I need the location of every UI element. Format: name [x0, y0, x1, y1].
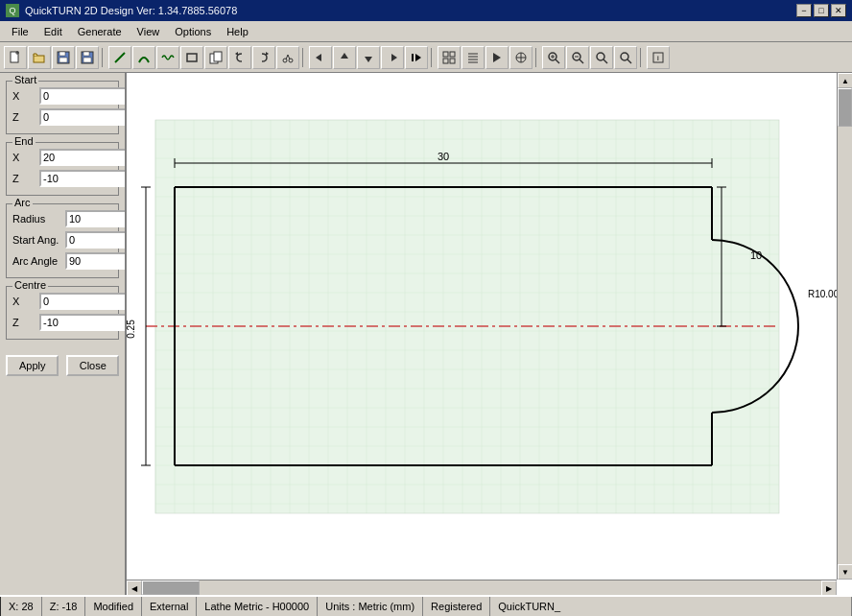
toolbar-copy[interactable] — [204, 46, 227, 69]
end-group: End X Z — [6, 142, 119, 196]
toolbar-undo[interactable] — [228, 46, 251, 69]
toolbar-open[interactable] — [28, 46, 51, 69]
status-x: X: 28 — [0, 597, 42, 616]
scroll-down-button[interactable]: ▼ — [838, 564, 852, 580]
toolbar-sep4 — [535, 48, 539, 67]
centre-x-label: X — [12, 296, 39, 307]
toolbar-save[interactable] — [52, 46, 75, 69]
toolbar-line[interactable] — [108, 46, 131, 69]
svg-rect-9 — [83, 58, 91, 62]
status-z: Z: -18 — [42, 597, 86, 616]
toolbar-zoom-in[interactable] — [542, 46, 565, 69]
toolbar-wave[interactable] — [156, 46, 179, 69]
status-external: External — [142, 597, 197, 616]
radius-row: Radius — [12, 210, 112, 227]
toolbar-lines[interactable] — [462, 46, 485, 69]
radius-input[interactable] — [65, 210, 127, 227]
svg-text:10: 10 — [750, 249, 762, 261]
svg-line-16 — [286, 55, 288, 59]
arc-angle-input[interactable] — [65, 252, 127, 270]
svg-text:30: 30 — [438, 151, 449, 162]
start-x-input[interactable] — [39, 87, 127, 105]
arc-angle-row: Arc Angle — [12, 252, 112, 270]
scroll-left-button[interactable]: ◀ — [127, 580, 142, 595]
toolbar-sep1 — [102, 48, 106, 67]
canvas-area[interactable]: 30 10 0.25 R10.000 ▲ ▼ — [127, 73, 852, 595]
menu-generate[interactable]: Generate — [70, 24, 130, 39]
scroll-thumb-v[interactable] — [838, 88, 852, 127]
scroll-up-button[interactable]: ▲ — [838, 73, 852, 88]
end-z-input[interactable] — [39, 170, 127, 187]
close-button[interactable]: ✕ — [831, 4, 846, 17]
toolbar-arc[interactable] — [132, 46, 155, 69]
toolbar-scissors[interactable] — [276, 46, 299, 69]
start-z-row: Z — [12, 108, 112, 126]
close-button[interactable]: Close — [66, 355, 119, 376]
menu-edit[interactable]: Edit — [36, 24, 70, 39]
menu-help[interactable]: Help — [219, 24, 256, 39]
svg-marker-19 — [341, 53, 348, 59]
end-x-input[interactable] — [39, 149, 127, 166]
scroll-track-v[interactable] — [838, 88, 852, 564]
toolbar-zoom-fit[interactable] — [590, 46, 613, 69]
start-ang-input[interactable] — [65, 231, 127, 249]
toolbar-nav4[interactable] — [381, 46, 404, 69]
end-label: End — [12, 135, 36, 147]
title-bar: Q QuickTURN 2D Design Ver: 1.34.7885.560… — [0, 0, 852, 21]
svg-rect-6 — [59, 58, 67, 62]
toolbar-play[interactable] — [485, 46, 509, 69]
centre-x-input[interactable] — [39, 293, 127, 310]
centre-x-row: X — [12, 293, 112, 310]
svg-line-44 — [604, 59, 607, 63]
toolbar-save-as[interactable] — [76, 46, 99, 69]
toolbar-target[interactable] — [509, 46, 532, 69]
start-z-input[interactable] — [39, 108, 127, 126]
menu-options[interactable]: Options — [167, 24, 219, 39]
centre-z-input[interactable] — [39, 314, 127, 331]
apply-button[interactable]: Apply — [6, 355, 59, 376]
start-z-label: Z — [12, 111, 39, 123]
toolbar-new[interactable] — [4, 46, 27, 69]
status-bar: X: 28 Z: -18 Modified External Lathe Met… — [0, 595, 852, 616]
menu-view[interactable]: View — [130, 24, 168, 39]
svg-rect-5 — [59, 52, 65, 56]
toolbar-zoom-select[interactable] — [614, 46, 637, 69]
toolbar-nav3[interactable] — [357, 46, 380, 69]
start-ang-label: Start Ang. — [12, 234, 65, 246]
maximize-button[interactable]: □ — [814, 4, 829, 17]
scroll-track-h[interactable] — [142, 580, 821, 595]
svg-text:i: i — [657, 54, 659, 62]
toolbar-zoom-out[interactable] — [566, 46, 589, 69]
scroll-right-button[interactable]: ▶ — [821, 580, 837, 595]
horizontal-scrollbar[interactable]: ◀ ▶ — [127, 580, 837, 595]
drawing-svg: 30 10 0.25 R10.000 — [127, 73, 837, 580]
toolbar-rect[interactable] — [180, 46, 203, 69]
svg-point-45 — [621, 53, 628, 60]
arc-group: Arc Radius Start Ang. Arc Angle — [6, 203, 119, 278]
toolbar-redo[interactable] — [252, 46, 275, 69]
end-x-label: X — [12, 152, 39, 163]
start-x-row: X — [12, 87, 112, 105]
toolbar-sep2 — [302, 48, 306, 67]
menu-bar: File Edit Generate View Options Help — [0, 21, 852, 42]
toolbar-nav5[interactable] — [405, 46, 428, 69]
start-ang-row: Start Ang. — [12, 231, 112, 249]
menu-file[interactable]: File — [4, 24, 36, 39]
svg-point-43 — [597, 53, 604, 60]
centre-label: Centre — [12, 279, 48, 291]
svg-marker-20 — [365, 57, 372, 62]
toolbar: i — [0, 42, 852, 73]
vertical-scrollbar[interactable]: ▲ ▼ — [837, 73, 852, 580]
toolbar-nav1[interactable] — [309, 46, 332, 69]
minimize-button[interactable]: − — [796, 4, 812, 17]
scroll-thumb-h[interactable] — [142, 580, 200, 595]
toolbar-extra[interactable]: i — [647, 46, 670, 69]
svg-text:0.25: 0.25 — [127, 320, 136, 339]
arc-label: Arc — [12, 197, 33, 208]
toolbar-nav2[interactable] — [333, 46, 356, 69]
toolbar-grid[interactable] — [438, 46, 461, 69]
svg-line-17 — [288, 55, 290, 59]
svg-marker-32 — [493, 53, 501, 62]
start-label: Start — [12, 74, 38, 85]
centre-z-label: Z — [12, 317, 39, 328]
